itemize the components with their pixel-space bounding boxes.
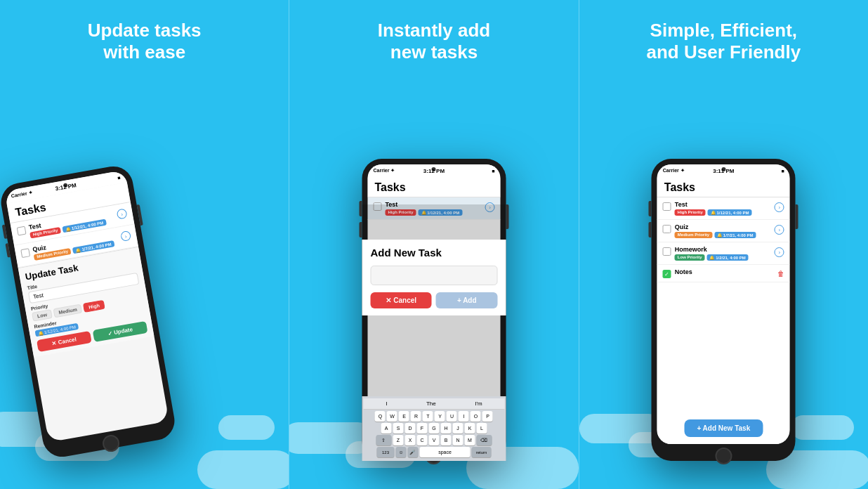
- time-display-2: 3:12 PM: [423, 168, 445, 174]
- time-display-3: 3:11 PM: [713, 168, 734, 174]
- cloud-decoration: [218, 415, 275, 440]
- task-info-test-3: Test High Priority 🔔 1/12/21, 4:00 PM: [675, 201, 771, 216]
- key-b[interactable]: B: [440, 435, 451, 444]
- key-delete[interactable]: ⌫: [476, 435, 492, 444]
- key-j[interactable]: J: [452, 423, 463, 433]
- carrier-text-2: Carrier ✦: [373, 168, 395, 174]
- modal-input[interactable]: [370, 266, 497, 285]
- key-f[interactable]: F: [416, 423, 427, 433]
- key-o[interactable]: O: [471, 411, 481, 422]
- task-checkbox-test[interactable]: [17, 226, 27, 236]
- battery-icon: ■: [117, 175, 121, 181]
- key-r[interactable]: R: [411, 411, 421, 422]
- side-button: [649, 222, 652, 237]
- key-c[interactable]: C: [416, 435, 427, 444]
- task-checkbox-quiz-3[interactable]: [663, 225, 671, 233]
- key-w[interactable]: W: [387, 411, 397, 422]
- panel-middle: Instantly add new tasks Carrier ✦ 3:12 P…: [289, 0, 579, 489]
- battery-icon-3: ■: [782, 169, 784, 174]
- add-new-task-button[interactable]: + Add New Task: [684, 419, 763, 437]
- key-shift[interactable]: ⇧: [376, 435, 391, 444]
- keyboard-suggestions: I The I'm: [367, 398, 500, 410]
- modal-overlay: Add New Task ✕ Cancel + Add: [367, 204, 500, 444]
- panel-right: Simple, Efficient, and User Friendly Car…: [579, 0, 868, 489]
- task-checkbox-homework[interactable]: [663, 247, 671, 256]
- priority-low[interactable]: Low: [32, 309, 53, 322]
- key-m[interactable]: M: [464, 435, 475, 444]
- phone-2-wrapper: Carrier ✦ 3:12 PM ■ Tasks Test High Prio…: [362, 159, 506, 461]
- panel-right-title: Simple, Efficient, and User Friendly: [633, 0, 815, 70]
- carrier-text-3: Carrier ✦: [663, 168, 685, 174]
- task-tags-homework: Low Priority 🔔 1/2/21, 4:00 PM: [675, 254, 771, 261]
- edit-button-test-3[interactable]: ›: [775, 202, 784, 212]
- task-name-notes: Notes: [675, 268, 774, 275]
- task-tags-test-3: High Priority 🔔 1/12/21, 4:00 PM: [675, 209, 771, 216]
- key-l[interactable]: L: [476, 423, 487, 433]
- home-button-3[interactable]: [715, 448, 732, 464]
- key-d[interactable]: D: [405, 423, 415, 433]
- key-x[interactable]: X: [405, 435, 415, 444]
- task-info-quiz-3: Quiz Medium Priority 🔔 1/7/21, 4:00 PM: [675, 223, 771, 238]
- task-item-test-3: Test High Priority 🔔 1/12/21, 4:00 PM ›: [657, 197, 790, 220]
- edit-button-homework[interactable]: ›: [775, 247, 784, 257]
- suggestion-im[interactable]: I'm: [475, 400, 482, 407]
- add-task-modal: Add New Task ✕ Cancel + Add: [367, 240, 500, 315]
- keyboard-row-2: A S D F G H J K L: [367, 423, 500, 433]
- phone-screen-2: Carrier ✦ 3:12 PM ■ Tasks Test High Prio…: [367, 164, 500, 444]
- priority-high[interactable]: High: [83, 300, 105, 313]
- task-name-homework: Homework: [675, 246, 771, 253]
- edit-button-quiz-3[interactable]: ›: [775, 225, 784, 235]
- key-p[interactable]: P: [482, 411, 493, 422]
- side-button: [649, 201, 652, 216]
- keyboard-row-3: ⇧ Z X C V B N M ⌫: [367, 435, 500, 444]
- delete-button-notes[interactable]: 🗑: [777, 270, 784, 278]
- key-u[interactable]: U: [447, 411, 457, 422]
- task-item-quiz-3: Quiz Medium Priority 🔔 1/7/21, 4:00 PM ›: [657, 220, 790, 242]
- key-k[interactable]: K: [464, 423, 475, 433]
- modal-cancel-button[interactable]: ✕ Cancel: [370, 292, 432, 308]
- priority-tag-medium-3: Medium Priority: [675, 232, 712, 238]
- side-button: [2, 225, 7, 239]
- suggestion-i[interactable]: I: [386, 400, 387, 407]
- app-header-3: Tasks: [657, 177, 790, 197]
- phone-frame-2: Carrier ✦ 3:12 PM ■ Tasks Test High Prio…: [362, 159, 506, 461]
- task-name-quiz-3: Quiz: [675, 223, 771, 230]
- suggestion-the[interactable]: The: [426, 400, 436, 407]
- key-q[interactable]: Q: [375, 411, 386, 422]
- task-checkbox-notes[interactable]: ✓: [663, 270, 671, 278]
- cloud-decoration: [791, 415, 854, 440]
- date-tag-test-3: 🔔 1/12/21, 4:00 PM: [708, 209, 752, 216]
- app-title-2: Tasks: [374, 181, 493, 194]
- key-e[interactable]: E: [399, 411, 409, 422]
- keyboard: I The I'm Q W E R T Y U: [367, 396, 500, 444]
- status-bar-3: Carrier ✦ 3:11 PM ■: [657, 164, 790, 177]
- key-a[interactable]: A: [381, 423, 391, 433]
- cloud-decoration: [197, 450, 289, 489]
- key-s[interactable]: S: [393, 423, 403, 433]
- modal-add-button[interactable]: + Add: [436, 292, 498, 308]
- key-v[interactable]: V: [428, 435, 439, 444]
- side-button: [796, 204, 798, 229]
- date-tag-homework: 🔔 1/2/21, 4:00 PM: [706, 254, 748, 261]
- key-n[interactable]: N: [452, 435, 463, 444]
- task-info-homework: Homework Low Priority 🔔 1/2/21, 4:00 PM: [675, 246, 771, 261]
- task-checkbox-quiz[interactable]: [20, 248, 30, 258]
- edit-button-test[interactable]: ›: [116, 208, 127, 219]
- task-info-notes: Notes: [675, 268, 774, 277]
- key-i[interactable]: I: [459, 411, 469, 422]
- key-h[interactable]: H: [440, 423, 451, 433]
- key-y[interactable]: Y: [435, 411, 445, 422]
- task-checkbox-test-3[interactable]: [663, 202, 671, 211]
- key-t[interactable]: T: [423, 411, 433, 422]
- phone-3-wrapper: Carrier ✦ 3:11 PM ■ Tasks Test High Prio…: [652, 159, 796, 461]
- edit-button-quiz[interactable]: ›: [120, 230, 131, 242]
- key-g[interactable]: G: [428, 423, 439, 433]
- key-z[interactable]: Z: [393, 435, 403, 444]
- carrier-text: Carrier ✦: [11, 190, 33, 199]
- phone-frame-3: Carrier ✦ 3:11 PM ■ Tasks Test High Prio…: [652, 159, 796, 461]
- spacer: [657, 282, 790, 412]
- app-header-2: Tasks: [367, 177, 500, 197]
- panel-left-title: Update tasks with ease: [74, 0, 216, 70]
- priority-tag-low: Low Priority: [675, 254, 705, 261]
- phone-screen-3: Carrier ✦ 3:11 PM ■ Tasks Test High Prio…: [657, 164, 790, 444]
